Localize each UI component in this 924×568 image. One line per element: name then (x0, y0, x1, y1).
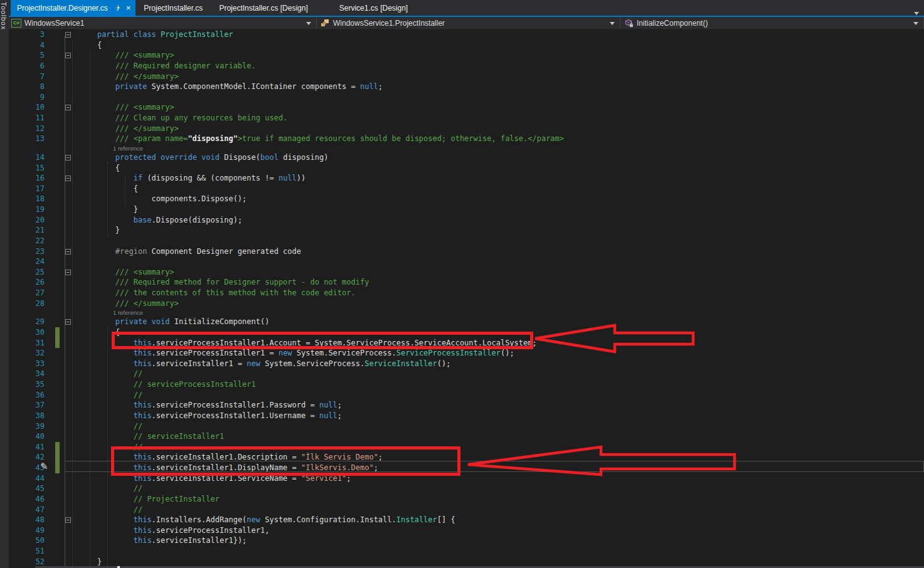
code-line[interactable]: 38 this.serviceProcessInstaller1.Usernam… (9, 411, 924, 421)
code-line[interactable]: 40 // serviceInstaller1 (9, 431, 924, 442)
code-line[interactable]: 10− /// <summary> (9, 102, 924, 113)
line-number[interactable]: 10 (9, 102, 45, 113)
line-number[interactable]: 40 (9, 431, 45, 442)
code-line[interactable]: 28 /// </summary> (9, 298, 924, 309)
project-dropdown[interactable]: C# WindowsService1 (9, 17, 317, 29)
close-icon[interactable]: × (126, 4, 131, 12)
line-number[interactable]: 51 (9, 546, 45, 557)
line-number[interactable]: 9 (9, 92, 45, 103)
tab-projectinstaller-cs-design[interactable]: ProjectInstaller.cs [Design] (211, 0, 316, 16)
fold-collapse-icon[interactable]: − (65, 517, 71, 523)
code-line[interactable]: 9 (9, 92, 924, 103)
line-number[interactable]: 13 (9, 134, 45, 144)
code-line[interactable]: 39 // (9, 421, 924, 432)
line-number[interactable]: 52 (9, 557, 45, 567)
line-number[interactable]: 18 (9, 194, 45, 204)
code-line[interactable]: 35 // serviceProcessInstaller1 (9, 379, 924, 390)
code-line[interactable]: 17 { (9, 184, 924, 194)
code-line[interactable]: 18 components.Dispose(); (9, 194, 924, 204)
line-number[interactable]: 32 (9, 348, 45, 359)
code-line[interactable]: 7 /// </summary> (9, 71, 924, 82)
code-line[interactable]: 25− /// <summary> (9, 267, 924, 278)
line-number[interactable]: 22 (9, 236, 45, 246)
code-line[interactable]: 12 /// </summary> (9, 124, 924, 134)
pin-icon[interactable] (114, 4, 121, 11)
type-dropdown[interactable]: WindowsService1.ProjectInstaller (317, 17, 620, 29)
code-line[interactable]: 27 /// the contents of this method with … (9, 288, 924, 298)
codelens-references[interactable]: 1 reference (79, 144, 924, 152)
code-line[interactable]: 51 (9, 546, 924, 557)
line-number[interactable]: 3 (9, 29, 45, 40)
fold-collapse-icon[interactable]: − (65, 53, 71, 58)
line-number[interactable]: 17 (9, 184, 45, 194)
line-number[interactable]: 28 (9, 298, 45, 309)
toolbox-panel-tab[interactable]: Toolbox (0, 0, 9, 568)
code-line[interactable]: 22 (9, 236, 924, 246)
line-number[interactable]: 14 (9, 152, 45, 163)
line-number[interactable]: 38 (9, 411, 45, 421)
code-line[interactable]: 34 // (9, 369, 924, 379)
line-number[interactable]: 50 (9, 535, 45, 546)
member-dropdown[interactable]: InitializeComponent() (620, 17, 924, 29)
line-number[interactable]: 25 (9, 267, 45, 278)
code-line[interactable]: 33 this.serviceInstaller1 = new System.S… (9, 359, 924, 369)
line-number[interactable]: 23 (9, 246, 45, 257)
code-line[interactable]: 29− private void InitializeComponent() (9, 317, 924, 327)
code-editor[interactable]: 3− partial class ProjectInstaller4 {5− /… (9, 29, 924, 568)
line-number[interactable]: 44 (9, 473, 45, 484)
line-number[interactable]: 35 (9, 379, 45, 390)
line-number[interactable]: 20 (9, 215, 45, 226)
code-line[interactable]: 6 /// Required designer variable. (9, 61, 924, 71)
code-line[interactable]: 19 } (9, 204, 924, 215)
fold-collapse-icon[interactable]: − (65, 105, 71, 110)
code-line[interactable]: 15 { (9, 163, 924, 174)
code-line[interactable]: 3− partial class ProjectInstaller (9, 29, 924, 40)
code-line[interactable]: 13 /// <param name="disposing">true if m… (9, 134, 924, 144)
line-number[interactable]: 8 (9, 82, 45, 92)
code-line[interactable]: 48− this.Installers.AddRange(new System.… (9, 515, 924, 525)
line-number[interactable]: 29 (9, 317, 45, 327)
code-line[interactable]: 21 } (9, 225, 924, 236)
codelens-references[interactable]: 1 reference (79, 308, 924, 317)
line-number[interactable]: 19 (9, 204, 45, 215)
line-number[interactable]: 49 (9, 525, 45, 536)
fold-collapse-icon[interactable]: − (65, 319, 71, 325)
fold-collapse-icon[interactable]: − (65, 249, 71, 255)
fold-collapse-icon[interactable]: − (65, 176, 71, 181)
line-number[interactable]: 37 (9, 400, 45, 411)
tab-projectinstaller-designer-cs[interactable]: ProjectInstaller.Designer.cs × (11, 0, 135, 16)
tab-service1-cs-design[interactable]: Service1.cs [Design] (331, 0, 416, 16)
code-line[interactable]: 26 /// Required method for Designer supp… (9, 277, 924, 288)
code-line[interactable]: 47 // (9, 505, 924, 515)
line-number[interactable]: 12 (9, 124, 45, 134)
line-number[interactable]: 34 (9, 369, 45, 379)
fold-collapse-icon[interactable]: − (65, 155, 71, 160)
code-line[interactable]: 4 { (9, 40, 924, 51)
code-line[interactable]: 8 private System.ComponentModel.IContain… (9, 82, 924, 92)
line-number[interactable]: 11 (9, 113, 45, 124)
line-number[interactable]: 45 (9, 483, 45, 494)
fold-collapse-icon[interactable]: − (65, 32, 71, 38)
line-number[interactable]: 15 (9, 163, 45, 174)
line-number[interactable]: 6 (9, 61, 45, 71)
line-number[interactable]: 21 (9, 225, 45, 236)
code-line[interactable]: 45 // (9, 483, 924, 494)
line-number[interactable]: 31 (9, 338, 45, 349)
fold-collapse-icon[interactable]: − (65, 270, 71, 275)
line-number[interactable]: 30 (9, 327, 45, 338)
line-number[interactable]: 16 (9, 173, 45, 184)
line-number[interactable]: 24 (9, 256, 45, 267)
code-line[interactable]: 36 // (9, 390, 924, 401)
code-line[interactable]: 32 this.serviceProcessInstaller1 = new S… (9, 348, 924, 359)
line-number[interactable]: 36 (9, 390, 45, 401)
code-line[interactable]: 24 (9, 256, 924, 267)
code-line[interactable]: 5− /// <summary> (9, 50, 924, 61)
line-number[interactable]: 47 (9, 505, 45, 515)
line-number[interactable]: 46 (9, 494, 45, 505)
code-line[interactable]: 37 this.serviceProcessInstaller1.Passwor… (9, 400, 924, 411)
line-number[interactable]: 48 (9, 515, 45, 525)
line-number[interactable]: 27 (9, 288, 45, 298)
line-number[interactable]: 41 (9, 442, 45, 453)
line-number[interactable]: 7 (9, 71, 45, 82)
line-number[interactable]: 26 (9, 277, 45, 288)
